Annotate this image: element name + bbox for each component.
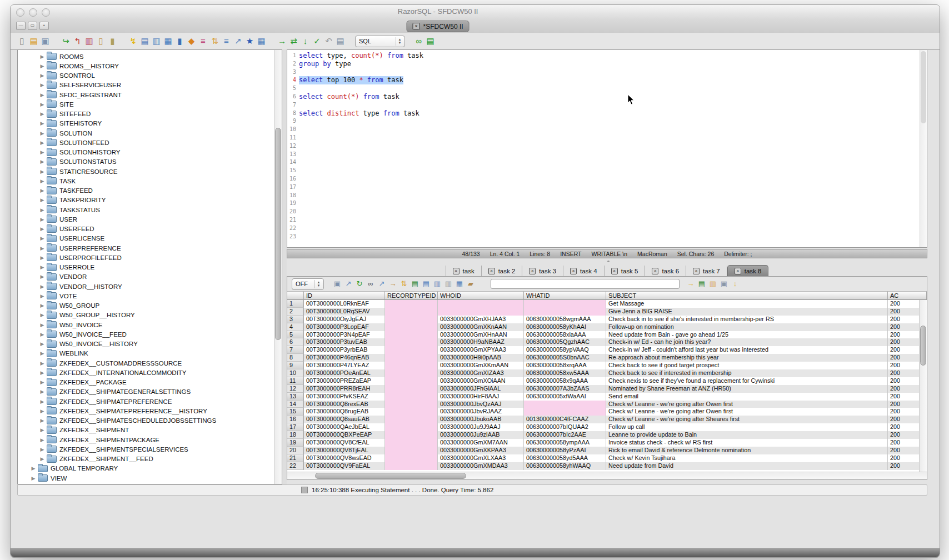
result-tab-task-5[interactable]: ×task 5 [605,266,646,276]
tree-item-vendor-history[interactable]: ▶VENDOR__HISTORY [18,282,274,291]
result-tab-task-7[interactable]: ×task 7 [686,266,727,276]
table-cell[interactable]: Rick to email David & reference Delmonte… [606,447,888,454]
expand-triangle-icon[interactable]: ▶ [39,131,46,136]
tab-close-icon[interactable]: × [529,268,536,274]
tab-close-icon[interactable]: × [735,268,741,274]
column-header-id[interactable]: ID [304,292,385,300]
result-tab-task-8[interactable]: ×task 8 [727,265,769,276]
table-cell[interactable]: 0033000000JFhGlAAL [438,385,524,393]
expand-triangle-icon[interactable]: ▶ [39,246,46,251]
tree-item-zkfedex-shipmatepreference-history[interactable]: ▶ZKFEDEX__SHIPMATEPREFERENCE__HISTORY [18,406,274,416]
row-number[interactable]: 15 [287,408,304,416]
table-cell[interactable]: 006300000058xw5AAA [524,369,606,377]
tree-item-solutionstatus[interactable]: ▶SOLUTIONSTATUS [18,157,274,167]
table-star-icon[interactable]: ▦ [256,36,267,47]
panel-splitter[interactable] [282,49,287,484]
table-cell[interactable]: 00T3000000QV8TjEAL [304,447,385,454]
tab-close-icon[interactable]: × [453,268,459,274]
expand-triangle-icon[interactable]: ▶ [39,207,46,213]
table-cell[interactable]: Check back to see if interested in membe… [606,369,888,377]
expand-triangle-icon[interactable]: ▶ [39,188,46,193]
table-cell[interactable] [524,300,606,308]
table-cell[interactable]: 006300000058xlaAAA [524,331,606,339]
expand-triangle-icon[interactable]: ▶ [39,73,46,78]
table-cell[interactable]: 0033000000GmXMDAA3 [438,462,524,470]
table-cell[interactable]: 006300000058yhWAAQ [524,462,606,470]
table-cell[interactable]: 006300000058x9qAAA [524,377,606,385]
table-cell[interactable]: 0033000000GmXM7AAN [438,439,524,447]
row-number[interactable]: 3 [287,316,304,323]
table-cell[interactable] [385,354,438,362]
tab-close-icon[interactable]: × [611,268,618,274]
bookmark-orange-icon[interactable]: ◆ [186,36,197,47]
down-arrow-icon[interactable]: ↓ [730,278,741,289]
table-cell[interactable]: 006300000058yPzAAI [524,447,606,454]
column-header-whatid[interactable]: WHATID [524,292,606,300]
tree-item-sitehistory[interactable]: ▶SITEHISTORY [18,119,274,128]
table-cell[interactable]: 00T3000000QV8CfEAL [304,439,385,447]
table-cell[interactable]: Need update from David [606,462,888,470]
table-cell[interactable]: 00T3000000Q8rugEAB [304,408,385,416]
table-cell[interactable]: 0033000000H9i0pAAB [438,354,524,362]
row-number[interactable]: 2 [287,308,304,316]
tree-item-userlicense[interactable]: ▶USERLICENSE [18,234,274,243]
table-cell[interactable] [385,377,438,385]
row-number[interactable]: 8 [287,354,304,362]
table-cell[interactable]: 00630000007bIc2AAE [524,431,606,439]
table-cell[interactable] [385,300,438,308]
table-vscrollbar[interactable] [919,300,927,472]
table-cell[interactable] [385,401,438,408]
window-titlebar[interactable]: RazorSQL - SFDCW50 II [11,5,940,20]
insert-row-icon[interactable]: → [387,278,398,289]
expand-triangle-icon[interactable]: ▶ [39,236,46,241]
tree-item-w50-group[interactable]: ▶W50_GROUP [18,301,274,311]
sort-updown-icon[interactable]: ⇅ [398,278,409,289]
favorites-star-icon[interactable]: ★ [244,36,256,47]
result-tab-task[interactable]: ×task [446,266,482,276]
view-glasses-icon[interactable]: ∞ [365,278,376,289]
expand-triangle-icon[interactable]: ▶ [39,427,46,433]
align-blue-icon[interactable]: ≡ [221,36,232,47]
table-cell[interactable]: 0033000000GmXPYAA3 [438,346,524,354]
list-icon[interactable]: ≡ [197,36,209,47]
tree-item-zkfedex-shipmatescheduledjobssettings[interactable]: ▶ZKFEDEX__SHIPMATESCHEDULEDJOBSSETTINGS [18,416,274,426]
table-cell[interactable]: 0033000000H9aNBAAZ [438,338,524,346]
save-dotted-icon[interactable]: ▣ [718,278,730,289]
tree-item-userprofilefeed[interactable]: ▶USERPROFILEFEED [18,253,274,262]
table-cell[interactable] [385,346,438,354]
table-cell[interactable] [385,423,438,431]
table-cell[interactable]: Check nexis to see if they've found a re… [606,377,888,385]
table-cell[interactable]: 0033000000HirF8AAJ [438,393,524,401]
expand-triangle-icon[interactable]: ▶ [39,226,46,232]
tree-item-w50-invoice-history[interactable]: ▶W50_INVOICE__HISTORY [18,339,274,349]
table-cell[interactable]: Need update from Bain - gave go ahead 1/… [606,331,888,339]
new-file-icon[interactable]: ▯ [16,36,28,47]
table-cell[interactable] [385,323,438,331]
table-cell[interactable]: Check w/ Leanne - we're going after Owen… [606,408,888,416]
fetch-icon[interactable]: ↓ [299,36,311,47]
table-vscrollbar-thumb[interactable] [920,326,926,366]
table-cell[interactable]: 00630000005QgzhAAC [524,338,606,346]
table-cell[interactable]: 00T3000000P3LopEAF [304,323,385,331]
tree-item-zkfedex-customaddresssource[interactable]: ▶ZKFEDEX__CUSTOMADDRESSSOURCE [18,358,274,368]
tree-item-solutionfeed[interactable]: ▶SOLUTIONFEED [18,138,274,147]
disconnect-icon[interactable]: ↰ [72,36,83,47]
tree-item-taskpriority[interactable]: ▶TASKPRIORITY [18,196,274,205]
table-cell[interactable]: 0033000000JbukoAAB [438,416,524,423]
table-cell[interactable] [385,462,438,470]
table-cell[interactable] [438,300,524,308]
combo-stepper-icon[interactable]: ▲▼ [396,37,403,46]
expand-triangle-icon[interactable]: ▶ [39,322,46,328]
tree-item-zkfedex-shipmentpackage[interactable]: ▶ZKFEDEX__SHIPMENTPACKAGE [18,435,274,444]
table-cell[interactable] [524,308,606,316]
edit-cell-icon[interactable]: ↗ [376,278,387,289]
row-number[interactable]: 7 [287,346,304,354]
row-number[interactable]: 12 [287,385,304,393]
table-cell[interactable]: 00T3000000P3tuvEAB [304,338,385,346]
row-number[interactable]: 16 [287,416,304,423]
tree-item-view[interactable]: ▶VIEW [18,473,274,483]
tree-item-scontrol[interactable]: ▶SCONTROL [18,71,274,81]
table-cell[interactable] [385,393,438,401]
expand-triangle-icon[interactable]: ▶ [39,149,46,155]
tree-item-userrole[interactable]: ▶USERROLE [18,263,274,272]
